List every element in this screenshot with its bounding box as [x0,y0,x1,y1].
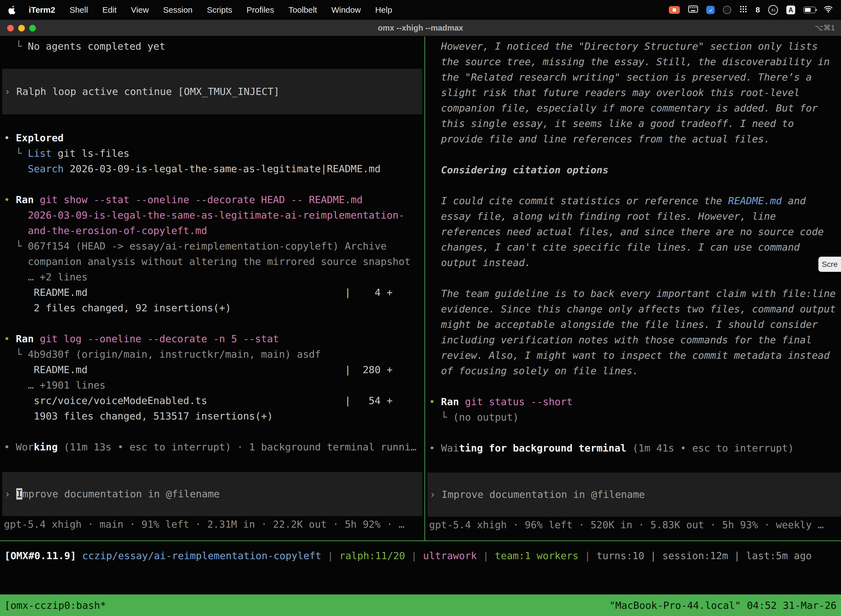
thinking-paragraph-line: provide file and line references from th… [429,131,841,147]
diffstat-summary-line: 2 files changed, 92 insertions(+) [4,300,424,316]
blank-line [4,316,424,331]
thinking-paragraph-line: The team guideline is to back every impo… [429,286,841,301]
menu-item-shell[interactable]: Shell [62,5,95,15]
command-arg-line: and-the-erosion-of-copyleft.md [4,223,424,238]
thinking-paragraph-line: references need actual files, and since … [429,224,841,239]
tmux-status-bar: [omx-cczip0:bash* "MacBook-Pro-44.local"… [0,594,841,616]
thinking-paragraph-line: essay file, along with finding root file… [429,209,841,224]
omx-status-bar: [OMX#0.11.9] cczip/essay/ai-reimplementa… [0,548,841,563]
thinking-paragraph-line: However, I noticed the "Directory Struct… [429,39,841,54]
tmux-host-clock: "MacBook-Pro-44.local" 04:52 31-Mar-26 [609,600,837,611]
close-button[interactable] [7,25,14,31]
command-output-line: └ 067f154 (HEAD -> essay/ai-reimplementa… [4,238,424,254]
menu-item-scripts[interactable]: Scripts [200,5,239,15]
input-source-icon[interactable]: A [786,6,795,14]
working-status-line: • Working (11m 13s • esc to interrupt) ·… [4,439,424,455]
thinking-heading: Considering citation options [429,162,841,178]
menu-item-edit[interactable]: Edit [95,5,124,15]
menu-item-toolbelt[interactable]: Toolbelt [281,5,324,15]
omx-branch: cczip/essay/ai-reimplementation-copyleft [82,550,321,561]
omx-session-info: turns:10 | session:12m | last:5m ago [596,550,812,561]
diffstat-line: README.md | 280 + [4,362,424,378]
thinking-paragraph-line: of focusing solely on file lines. [429,363,841,378]
github-icon[interactable] [723,6,731,14]
blank-line [4,177,424,192]
chat-input-right[interactable]: › Improve documentation in @filename [428,472,841,517]
macos-menu-bar: iTerm2 Shell Edit View Session Scripts P… [0,0,841,20]
omx-mode: ultrawork [423,550,477,561]
readme-file-link: README.md [728,195,782,207]
session-status-line: gpt-5.4 xhigh · main · 91% left · 2.31M … [4,517,424,532]
waiting-status-line: • Waiting for background terminal (1m 41… [429,440,841,456]
thinking-paragraph-line: slight risk that future readers may over… [429,85,841,100]
screen-recording-indicator-icon[interactable] [669,6,680,14]
diffstat-line: README.md | 4 + [4,285,424,300]
pane-divider-horizontal [0,540,841,541]
thinking-paragraph-line: including verification notes with those … [429,332,841,348]
blank-line [429,378,841,394]
menu-item-session[interactable]: Session [156,5,200,15]
menu-item-profiles[interactable]: Profiles [239,5,281,15]
menu-item-window[interactable]: Window [324,5,368,15]
command-output-line: └ 4b9d30f (origin/main, instructkr/main,… [4,347,424,362]
thinking-paragraph-line: companion file, especially if more comme… [429,100,841,116]
blank-line [429,270,841,286]
command-arg-line: 2026-03-09-is-legal-the-same-as-legitima… [4,208,424,223]
chat-input-line: › Improve documentation in @filename [429,487,645,502]
keyboard-icon[interactable] [688,5,698,15]
agents-status-line: └ No agents completed yet [4,39,424,54]
omx-ralph-counter: ralph:11/20 [339,550,405,561]
ran-command-line: • Ran git log --oneline --decorate -n 5 … [4,331,424,347]
menu-bar-status-items: 8 .61 A [669,5,833,15]
session-status-line: gpt-5.4 xhigh · 96% left · 520K in · 5.8… [429,517,841,532]
command-output-line: └ (no output) [429,409,841,425]
ran-command-line: • Ran git status --short [429,394,841,409]
blue-app-icon[interactable] [706,6,715,14]
thinking-paragraph-line: changes, I can't cite specific file line… [429,239,841,255]
menu-item-view[interactable]: View [124,5,156,15]
thinking-paragraph-line: the source tree, missing the essay. Stil… [429,54,841,70]
omx-version: [OMX#0.11.9] [4,550,82,561]
command-output-line: companion analysis without altering the … [4,254,424,269]
ran-command-line: • Ran git show --stat --oneline --decora… [4,192,424,208]
thinking-paragraph-line: review. Also, I might want to inspect th… [429,348,841,363]
terminal-content: └ No agents completed yet › Ralph loop a… [0,37,841,616]
omx-team: team:1 workers [495,550,578,561]
diffstat-line: src/voice/voiceModeEnabled.ts | 54 + [4,393,424,408]
right-terminal-pane[interactable]: However, I noticed the "Directory Struct… [425,37,841,540]
blank-line [4,424,424,439]
diffstat-summary-line: 1903 files changed, 513517 insertions(+) [4,408,424,424]
thinking-paragraph-line: might be acceptable alongside the file l… [429,317,841,332]
traffic-lights [7,25,36,31]
blank-line [429,147,841,162]
chat-input-left[interactable]: › Improve documentation in @filename [2,472,422,516]
thinking-paragraph-line: evidence. Since this change only affects… [429,301,841,317]
command-output-line: … +1901 lines [4,378,424,393]
screen-share-notification[interactable]: Scre [818,257,841,272]
explored-ls-line: └ List git ls-files [4,146,424,161]
explored-search-line: Search 2026-03-09-is-legal-the-same-as-l… [4,161,424,177]
wifi-icon[interactable] [824,5,833,15]
gauge-icon[interactable]: .61 [768,5,778,15]
chat-input-line: › Improve documentation in @filename [4,486,220,502]
apps-grid-icon[interactable] [740,5,747,15]
blank-line [429,178,841,193]
text-cursor: I [16,488,22,500]
key-8-icon[interactable]: 8 [756,6,760,14]
zoom-button[interactable] [29,25,36,31]
ralph-loop-banner: › Ralph loop active continue [OMX_TMUX_I… [2,69,422,114]
apple-menu-icon[interactable] [8,4,18,15]
window-hotkey-label: ⌥⌘1 [815,23,835,32]
thinking-paragraph-line: I could cite commit statistics or refere… [429,193,841,209]
battery-icon[interactable] [803,7,816,13]
left-terminal-pane[interactable]: └ No agents completed yet › Ralph loop a… [0,37,424,540]
menu-item-app[interactable]: iTerm2 [22,5,62,15]
blank-line [429,425,841,440]
thinking-paragraph-line: this single essay, it seems like a good … [429,116,841,131]
window-title-bar: omx --xhigh --madmax ⌥⌘1 [0,20,841,37]
minimize-button[interactable] [18,25,25,31]
tmux-session-label[interactable]: [omx-cczip0:bash* [4,600,106,611]
thinking-paragraph-line: the "Related research writing" section i… [429,70,841,85]
explored-header: • Explored [4,130,424,146]
menu-item-help[interactable]: Help [368,5,400,15]
